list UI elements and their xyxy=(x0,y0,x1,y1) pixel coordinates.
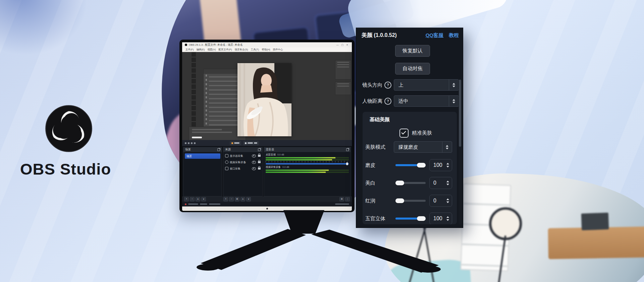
slider-handle[interactable] xyxy=(395,198,404,203)
add-button[interactable]: + xyxy=(223,197,228,201)
section-title: 基础美颜 xyxy=(370,116,390,123)
sources-dock: 来源 显示器采集 视频采集设备 窗口 xyxy=(223,147,263,196)
panel-scrollbar[interactable] xyxy=(459,80,462,224)
preview-tab-button[interactable] xyxy=(230,141,241,145)
menu-plugin-center[interactable]: 插件中心 xyxy=(273,48,283,51)
advanced-audio-button[interactable]: ⚙ xyxy=(339,197,344,201)
person-distance-row: 人物距离 ? 适中 xyxy=(362,96,459,106)
visibility-eye-icon[interactable] xyxy=(252,161,256,164)
slider-handle[interactable] xyxy=(395,181,404,185)
slider-handle[interactable] xyxy=(417,216,426,221)
value-spinner[interactable]: 100 xyxy=(429,159,452,171)
video-capture-icon xyxy=(225,160,228,164)
help-icon[interactable]: ? xyxy=(384,82,391,89)
audio-mixer-dock: 混音器 桌面音频0.0 dB 视频采集设备0.0 dB xyxy=(264,147,351,196)
select-spinner-icon[interactable] xyxy=(449,96,459,106)
basic-beauty-section: 基础美颜 精准美肤 美肤模式 朦胧磨皮 磨皮 100 xyxy=(363,112,457,224)
move-up-button[interactable]: ∧ xyxy=(196,197,200,201)
precise-skin-checkbox-row[interactable]: 精准美肤 xyxy=(399,129,432,138)
audio-meter xyxy=(266,159,349,160)
spin-down-icon[interactable] xyxy=(446,184,449,185)
menu-view[interactable]: 视图(V) xyxy=(208,48,216,51)
camera-direction-select[interactable]: 上 xyxy=(394,79,459,91)
spin-up-icon[interactable] xyxy=(446,181,449,182)
editor-side-panels xyxy=(335,60,351,97)
sources-dock-title: 来源 xyxy=(225,148,231,152)
obs-docks: 场景 场景 来源 显示器采集 视频采集设备 xyxy=(182,146,352,196)
menu-file[interactable]: 文件(F) xyxy=(185,48,194,51)
dock-popout-icon[interactable] xyxy=(346,148,349,151)
obs-statusbar xyxy=(182,202,352,206)
channel-db-value: 0.0 dB xyxy=(282,166,289,168)
spin-down-icon[interactable] xyxy=(446,219,449,221)
beauty-plugin-panel: 美颜 (1.0.0.52) QQ客服 教程 恢复默认 自动对焦 镜头方向 ? 上… xyxy=(356,28,463,228)
visibility-eye-icon[interactable] xyxy=(252,167,256,170)
value-spinner[interactable]: 0 xyxy=(429,195,452,207)
menu-edit[interactable]: 编辑(E) xyxy=(197,48,205,51)
mixer-channel: 视频采集设备0.0 dB xyxy=(264,164,351,173)
source-properties-button[interactable]: ⚙ xyxy=(235,197,239,201)
restore-defaults-button[interactable]: 恢复默认 xyxy=(395,45,430,57)
slider-handle[interactable] xyxy=(417,163,426,168)
qq-support-link[interactable]: QQ客服 xyxy=(426,32,443,39)
move-down-button[interactable]: ∨ xyxy=(201,197,206,201)
lock-icon[interactable] xyxy=(258,168,261,170)
page: OBS Studio OBS 29.1.3 - 配置文件: 未命名 - 场景: … xyxy=(0,0,644,282)
lock-icon[interactable] xyxy=(258,161,261,163)
channel-db-value: 0.0 dB xyxy=(277,153,284,156)
meter-ticks xyxy=(266,161,349,162)
source-list-item[interactable]: 视频采集设备 xyxy=(223,159,262,165)
value-spinner[interactable]: 0 xyxy=(429,177,452,189)
smoothing-slider-row: 磨皮 100 xyxy=(365,159,452,171)
add-button[interactable]: + xyxy=(184,197,189,201)
menu-help[interactable]: 帮助(H) xyxy=(262,48,270,51)
square-icon xyxy=(245,142,247,144)
scenes-dock-title: 场景 xyxy=(185,148,191,152)
scene-list-item-selected[interactable]: 场景 xyxy=(185,153,220,159)
audio-meter xyxy=(266,170,349,171)
move-down-button[interactable]: ∨ xyxy=(246,197,251,201)
move-up-button[interactable]: ∧ xyxy=(240,197,245,201)
audio-meter xyxy=(266,157,349,158)
spin-down-icon[interactable] xyxy=(446,166,449,168)
autofocus-button[interactable]: 自动对焦 xyxy=(395,63,430,75)
source-list-item[interactable]: 显示器采集 xyxy=(223,153,262,158)
more-menu-button[interactable]: ⋮ xyxy=(345,197,350,201)
volume-slider[interactable] xyxy=(266,163,349,164)
dock-popout-icon[interactable] xyxy=(258,148,261,151)
spin-up-icon[interactable] xyxy=(446,198,449,200)
visibility-eye-icon[interactable] xyxy=(252,154,256,157)
slider-track[interactable] xyxy=(395,182,426,184)
obs-window-logo-icon xyxy=(185,44,187,46)
source-list-item[interactable]: 窗口采集 xyxy=(223,166,262,171)
menu-tools[interactable]: 工具(T) xyxy=(251,48,259,51)
spin-up-icon[interactable] xyxy=(446,163,449,164)
obs-logo-icon xyxy=(45,105,93,152)
person-distance-select[interactable]: 适中 xyxy=(394,95,459,107)
slider-track[interactable] xyxy=(395,218,426,220)
mixer-dock-title: 混音器 xyxy=(266,148,274,152)
remove-button[interactable]: − xyxy=(229,197,234,201)
skin-mode-select[interactable]: 朦胧磨皮 xyxy=(394,141,452,153)
menu-scene-collection[interactable]: 场景集合(S) xyxy=(235,48,248,51)
skin-mode-row: 美肤模式 朦胧磨皮 xyxy=(365,141,452,153)
preview-tab-button[interactable] xyxy=(243,141,259,145)
remove-button[interactable]: − xyxy=(190,197,195,201)
select-spinner-icon[interactable] xyxy=(449,80,459,90)
mixer-channel: 桌面音频0.0 dB xyxy=(264,152,351,164)
menu-profile[interactable]: 配置文件(P) xyxy=(219,48,232,51)
obs-wordmark: OBS Studio xyxy=(20,160,141,178)
docks-toolbar: + − ∧ ∨ + − ⚙ ∧ ∨ ⚙ ⋮ xyxy=(182,196,352,202)
checkbox-checked-icon[interactable] xyxy=(399,129,409,138)
lock-icon[interactable] xyxy=(258,155,261,157)
select-spinner-icon[interactable] xyxy=(442,142,452,152)
help-icon[interactable]: ? xyxy=(384,98,391,105)
tutorial-link[interactable]: 教程 xyxy=(449,32,459,39)
dock-popout-icon[interactable] xyxy=(217,148,220,151)
value-spinner[interactable]: 100 xyxy=(429,213,452,224)
spin-up-icon[interactable] xyxy=(446,216,449,218)
spin-down-icon[interactable] xyxy=(446,201,449,203)
slider-track[interactable] xyxy=(395,164,426,166)
slider-track[interactable] xyxy=(395,200,426,202)
window-controls[interactable]: — ▢ ✕ xyxy=(336,44,349,46)
